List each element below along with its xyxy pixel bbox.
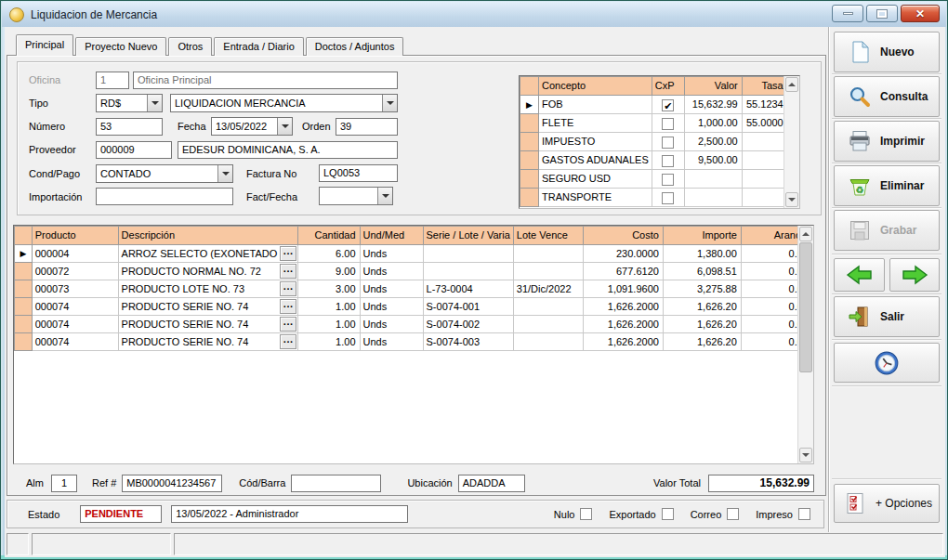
ref-field[interactable]: MB0000041234567 (122, 475, 222, 492)
cxp-checkbox[interactable] (662, 137, 674, 149)
concepto-row[interactable]: SEGURO USD (520, 170, 788, 189)
cond-pago-combo[interactable]: CONTADO (96, 164, 233, 183)
col-concepto[interactable]: Concepto (539, 77, 652, 96)
next-record-button[interactable] (889, 258, 940, 292)
product-row[interactable]: 000072 PRODUCTO NORMAL NO. 72··· 9.00 Un… (15, 263, 813, 280)
close-button[interactable]: ✕ (901, 5, 940, 22)
oficina-name-field[interactable]: Oficina Principal (133, 72, 398, 89)
concepto-row[interactable]: GASTOS ADUANALES 9,500.00 (520, 151, 788, 170)
dropdown-arrow-icon[interactable] (277, 118, 292, 135)
alm-field[interactable]: 1 (51, 475, 77, 492)
row-selector[interactable] (520, 151, 539, 170)
col-tasa[interactable]: Tasa (742, 77, 787, 96)
product-row[interactable]: 000074 PRODUCTO SERIE NO. 74··· 1.00 Und… (15, 298, 813, 316)
tab-principal[interactable]: Principal (16, 34, 73, 56)
imprimir-button[interactable]: Imprimir (834, 121, 940, 162)
ellipsis-button[interactable]: ··· (280, 317, 296, 332)
row-selector[interactable] (520, 170, 539, 189)
cod-barra-field[interactable] (291, 475, 381, 492)
tab-otros[interactable]: Otros (168, 37, 212, 56)
opciones-button[interactable]: + Opciones (834, 484, 940, 523)
dropdown-arrow-icon[interactable] (217, 165, 232, 182)
row-selector[interactable] (15, 298, 33, 316)
row-selector[interactable]: ▶ (15, 245, 33, 263)
row-selector[interactable] (520, 189, 539, 207)
scroll-up-icon[interactable] (799, 227, 812, 241)
orden-field[interactable]: 39 (336, 118, 398, 136)
ellipsis-button[interactable]: ··· (280, 281, 296, 296)
ubicacion-field[interactable]: ADADDA (458, 475, 525, 492)
ellipsis-button[interactable]: ··· (280, 299, 296, 314)
product-row[interactable]: 000073 PRODUCTO LOTE NO. 73··· 3.00 Unds… (15, 280, 813, 298)
cxp-checkbox[interactable] (662, 192, 674, 204)
col-serie-lote[interactable]: Serie / Lote / Varia (423, 227, 513, 245)
factura-field[interactable]: LQ0053 (319, 164, 398, 182)
maximize-button[interactable] (866, 5, 898, 22)
tab-proyecto-nuevo[interactable]: Proyecto Nuevo (75, 37, 166, 56)
exportado-checkbox[interactable] (662, 508, 674, 520)
importacion-field[interactable] (96, 188, 233, 205)
fact-fecha-combo[interactable] (319, 187, 393, 205)
product-row[interactable]: 000074 PRODUCTO SERIE NO. 74··· 1.00 Und… (15, 316, 813, 333)
tab-doctos-adjuntos[interactable]: Doctos / Adjuntos (306, 37, 404, 56)
col-valor[interactable]: Valor (684, 77, 742, 96)
tipo-doc-combo[interactable]: LIQUIDACION MERCANCIA (170, 94, 398, 112)
ellipsis-button[interactable]: ··· (280, 334, 296, 349)
nuevo-button[interactable]: Nuevo (834, 32, 940, 72)
fecha-combo[interactable]: 13/05/2022 (211, 117, 293, 136)
col-lote-vence[interactable]: Lote Vence (513, 227, 583, 245)
proveedor-code-field[interactable]: 000009 (96, 141, 172, 159)
concepto-scrollbar[interactable] (783, 76, 799, 208)
products-scrollbar[interactable] (797, 226, 813, 463)
title-bar[interactable]: Liquidacion de Mercancia ✕ (2, 2, 946, 27)
nulo-checkbox[interactable] (580, 508, 592, 520)
proveedor-name-field[interactable]: EDESUR DOMINICANA, S. A. (178, 141, 398, 159)
grabar-button[interactable]: Grabar (834, 210, 940, 251)
col-descripcion[interactable]: Descripción (118, 227, 298, 245)
col-costo[interactable]: Costo (583, 227, 663, 245)
scroll-down-icon[interactable] (785, 192, 798, 207)
tipo-currency-combo[interactable]: RD$ (96, 94, 163, 112)
eliminar-button[interactable]: ♻ Eliminar (834, 165, 940, 206)
cxp-checkbox[interactable] (662, 118, 674, 130)
col-producto[interactable]: Producto (32, 227, 118, 245)
row-selector[interactable] (520, 114, 539, 133)
numero-field[interactable]: 53 (96, 118, 163, 136)
row-selector[interactable] (520, 133, 539, 151)
ellipsis-button[interactable]: ··· (280, 264, 296, 279)
cxp-checkbox[interactable] (662, 174, 674, 186)
cxp-checkbox[interactable] (662, 155, 674, 167)
tab-entrada-diario[interactable]: Entrada / Diario (214, 37, 303, 56)
dropdown-arrow-icon[interactable] (382, 95, 397, 111)
col-und-med[interactable]: Und/Med (360, 227, 423, 245)
row-selector[interactable] (15, 280, 33, 298)
oficina-code-field[interactable]: 1 (96, 72, 129, 89)
salir-button[interactable]: Salir (834, 296, 940, 337)
col-importe[interactable]: Importe (663, 227, 741, 245)
product-row[interactable]: ▶ 000004 ARROZ SELECTO (EXONETADO··· 6.0… (15, 245, 813, 263)
scroll-up-icon[interactable] (785, 77, 798, 92)
col-cxp[interactable]: CxP (652, 77, 684, 96)
concepto-row[interactable]: ▶ FOB ✔ 15,632.99 55.1234 (520, 96, 788, 114)
scroll-down-icon[interactable] (799, 448, 812, 462)
product-row[interactable]: 000074 PRODUCTO SERIE NO. 74··· 1.00 Und… (15, 333, 813, 351)
row-selector[interactable] (15, 316, 33, 333)
concepto-row[interactable]: TRANSPORTE (520, 189, 788, 207)
scroll-thumb[interactable] (799, 242, 812, 372)
dropdown-arrow-icon[interactable] (377, 188, 392, 204)
ellipsis-button[interactable]: ··· (280, 246, 296, 261)
row-selector[interactable] (15, 263, 33, 280)
correo-checkbox[interactable] (727, 508, 739, 520)
row-selector[interactable] (15, 333, 33, 351)
concepto-row[interactable]: FLETE 1,000.00 55.0000 (520, 114, 788, 133)
consulta-button[interactable]: Consulta (834, 76, 940, 117)
row-selector[interactable]: ▶ (520, 96, 539, 114)
cxp-checkbox[interactable]: ✔ (662, 99, 674, 111)
concepto-row[interactable]: IMPUESTO 2,500.00 (520, 133, 788, 151)
impreso-checkbox[interactable] (798, 508, 810, 520)
dropdown-arrow-icon[interactable] (147, 95, 162, 111)
col-cantidad[interactable]: Cantidad (298, 227, 360, 245)
previous-record-button[interactable] (834, 258, 885, 292)
time-button[interactable] (834, 343, 940, 383)
minimize-button[interactable] (832, 5, 863, 22)
